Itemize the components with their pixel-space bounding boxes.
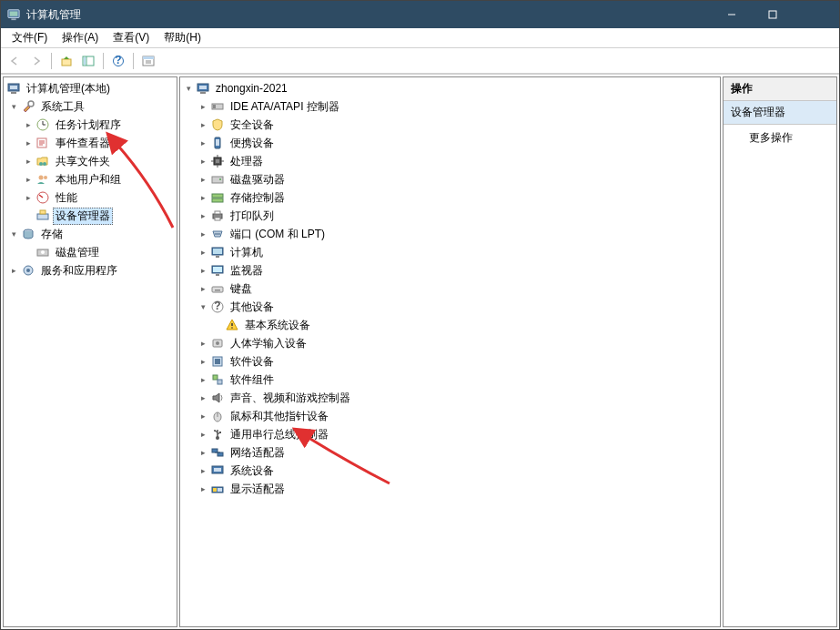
tree-systools[interactable]: ▾系统工具 [4,97,177,116]
tree-shared[interactable]: ▸共享文件夹 [4,152,177,170]
tree-root[interactable]: 计算机管理(本地) [4,79,177,97]
svg-point-38 [26,269,30,272]
collapse-icon[interactable]: ▾ [7,229,20,239]
svg-rect-66 [213,267,222,272]
expand-icon[interactable]: ▸ [197,120,209,129]
expand-icon[interactable]: ▸ [197,339,209,348]
dev-keyboard[interactable]: ▸键盘 [180,279,720,298]
forward-button [26,51,46,71]
clock-icon [35,117,50,132]
expand-icon[interactable]: ▸ [22,138,35,147]
svg-text:?: ? [115,55,121,66]
expand-icon[interactable]: ▸ [22,120,35,129]
expand-icon[interactable]: ▸ [197,484,209,493]
panes-container: 计算机管理(本地) ▾系统工具 ▸任务计划程序 ▸事件查看器 ▸共享文件夹 ▸本… [1,74,839,629]
expand-icon[interactable]: ▸ [197,157,209,166]
dev-printq[interactable]: ▸打印队列 [180,207,720,225]
dev-diskdrive[interactable]: ▸磁盘驱动器 [180,170,720,188]
expand-icon[interactable]: ▸ [7,266,20,275]
expand-icon[interactable]: ▸ [197,102,209,111]
expand-icon[interactable]: ▸ [197,138,209,147]
expand-icon[interactable]: ▸ [197,412,209,421]
expand-icon[interactable]: ▸ [22,157,35,166]
dev-mouse[interactable]: ▸鼠标和其他指针设备 [180,407,720,425]
menu-file[interactable]: 文件(F) [5,28,55,47]
dev-softcomp[interactable]: ▸软件组件 [180,371,720,389]
console-tree[interactable]: 计算机管理(本地) ▾系统工具 ▸任务计划程序 ▸事件查看器 ▸共享文件夹 ▸本… [4,77,177,281]
expand-icon[interactable]: ▸ [22,193,35,202]
svg-point-27 [43,162,46,166]
expand-icon[interactable]: ▸ [197,248,209,257]
expand-icon[interactable]: ▸ [197,375,209,384]
dev-portable[interactable]: ▸便携设备 [180,134,720,152]
dev-root[interactable]: ▾zhongxin-2021 [180,79,720,97]
expand-icon[interactable]: ▸ [197,430,209,439]
svg-rect-45 [216,139,219,146]
dev-storagectl[interactable]: ▸存储控制器 [180,188,720,207]
menu-action[interactable]: 操作(A) [55,28,106,47]
dev-softdev[interactable]: ▸软件设备 [180,352,720,371]
collapse-icon[interactable]: ▾ [7,102,20,111]
dev-ports[interactable]: ▸端口 (COM 和 LPT) [180,225,720,243]
view-button[interactable] [138,51,158,71]
dev-usb[interactable]: ▸通用串行总线控制器 [180,425,720,443]
computer-icon [6,81,21,96]
expand-icon[interactable]: ▸ [197,175,209,184]
menubar: 文件(F) 操作(A) 查看(V) 帮助(H) [1,28,839,48]
dev-cpu[interactable]: ▸处理器 [180,152,720,170]
help-button[interactable]: ? [108,51,128,71]
expand-icon[interactable]: ▸ [197,229,209,239]
svg-point-75 [231,327,233,329]
tree-diskmgmt[interactable]: 磁盘管理 [4,243,177,261]
tree-tasksched[interactable]: ▸任务计划程序 [4,116,177,134]
dev-basesys[interactable]: 基本系统设备 [180,316,720,334]
expand-icon[interactable]: ▸ [22,175,35,184]
svg-rect-40 [199,86,207,89]
maximize-button[interactable] [752,1,793,28]
expand-icon[interactable]: ▸ [197,448,209,457]
expand-icon[interactable]: ▸ [197,357,209,366]
menu-help[interactable]: 帮助(H) [157,28,208,47]
svg-rect-54 [212,194,223,198]
expand-icon[interactable]: ▸ [197,266,209,275]
svg-point-28 [39,176,44,180]
dev-display[interactable]: ▸显示适配器 [180,480,720,498]
tree-storage[interactable]: ▾存储 [4,225,177,243]
dev-netadapter[interactable]: ▸网络适配器 [180,443,720,462]
phone-icon [210,136,225,150]
dev-security[interactable]: ▸安全设备 [180,116,720,134]
dev-audio[interactable]: ▸声音、视频和游戏控制器 [180,389,720,407]
tree-eventviewer[interactable]: ▸事件查看器 [4,134,177,152]
svg-rect-52 [212,177,223,183]
dev-other[interactable]: ▾?其他设备 [180,298,720,316]
speaker-icon [210,391,225,405]
dev-hid[interactable]: ▸人体学输入设备 [180,334,720,352]
device-tree[interactable]: ▾zhongxin-2021 ▸IDE ATA/ATAPI 控制器 ▸安全设备 … [180,77,720,500]
tree-devmgr[interactable]: 设备管理器 [4,207,177,225]
expand-icon[interactable]: ▸ [197,193,209,202]
users-icon [35,172,50,187]
svg-rect-32 [37,214,48,219]
compmgmt-window: 计算机管理 文件(F) 操作(A) 查看(V) 帮助(H) ? 计算机管理(本地… [0,0,840,630]
dev-computer[interactable]: ▸计算机 [180,243,720,261]
tree-localusers[interactable]: ▸本地用户和组 [4,170,177,188]
actions-more[interactable]: 更多操作 [724,125,836,149]
show-hide-tree-button[interactable] [78,51,98,71]
menu-view[interactable]: 查看(V) [106,28,157,47]
expand-icon[interactable]: ▸ [197,393,209,402]
collapse-icon[interactable]: ▾ [182,84,195,93]
collapse-icon[interactable]: ▾ [197,302,209,311]
expand-icon[interactable]: ▸ [197,284,209,293]
expand-icon[interactable]: ▸ [197,466,209,475]
actions-current[interactable]: 设备管理器 [724,101,836,125]
tree-services[interactable]: ▸服务和应用程序 [4,261,177,279]
dev-sysdev[interactable]: ▸系统设备 [180,462,720,480]
minimize-button[interactable] [711,1,752,28]
back-button [5,51,25,71]
expand-icon[interactable]: ▸ [197,211,209,220]
tree-perf[interactable]: ▸性能 [4,188,177,207]
dev-monitor[interactable]: ▸监视器 [180,261,720,279]
up-button[interactable] [56,51,76,71]
dev-ide[interactable]: ▸IDE ATA/ATAPI 控制器 [180,97,720,116]
svg-rect-5 [62,59,71,66]
